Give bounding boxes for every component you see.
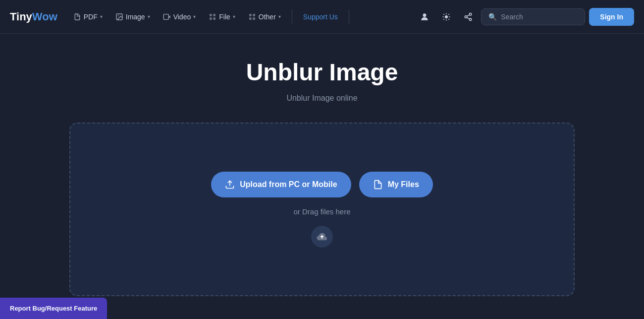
- other-chevron: ▾: [278, 14, 281, 19]
- video-chevron: ▾: [193, 14, 196, 19]
- page-title: Unblur Image: [246, 59, 398, 86]
- svg-point-12: [423, 13, 427, 17]
- upload-pc-button[interactable]: Upload from PC or Mobile: [211, 172, 351, 197]
- svg-point-23: [465, 15, 468, 18]
- svg-line-16: [443, 14, 444, 15]
- report-bug-button[interactable]: Report Bug/Request Feature: [0, 298, 107, 319]
- svg-rect-7: [214, 17, 216, 20]
- nav-item-other[interactable]: Other ▾: [242, 9, 287, 25]
- cloud-icon: [317, 231, 327, 242]
- svg-rect-5: [214, 14, 216, 16]
- svg-line-20: [443, 19, 444, 20]
- support-link[interactable]: Support Us: [297, 9, 344, 25]
- cloud-upload-icon: [311, 226, 333, 248]
- theme-toggle-btn[interactable]: [437, 8, 455, 26]
- nav-item-image[interactable]: Image ▾: [109, 9, 156, 25]
- sign-in-button[interactable]: Sign In: [589, 8, 634, 26]
- profile-icon-btn[interactable]: [416, 8, 433, 26]
- image-chevron: ▾: [148, 14, 150, 19]
- page-subtitle: Unblur Image online: [286, 94, 357, 103]
- svg-rect-2: [163, 14, 168, 19]
- nav-item-file[interactable]: File ▾: [203, 9, 241, 25]
- image-icon: [115, 13, 123, 21]
- nav-image-label: Image: [126, 13, 145, 21]
- logo-wow: Wow: [32, 10, 57, 23]
- search-box: 🔍: [481, 8, 585, 25]
- nav-other-label: Other: [259, 13, 276, 21]
- logo-tiny: Tiny: [10, 10, 32, 23]
- upload-buttons: Upload from PC or Mobile My Files: [211, 172, 433, 197]
- video-icon: [163, 13, 171, 21]
- main-nav: PDF ▾ Image ▾ Video ▾: [67, 9, 414, 25]
- svg-point-1: [117, 15, 118, 16]
- drag-text: or Drag files here: [293, 207, 350, 216]
- my-files-icon: [373, 180, 383, 190]
- search-input[interactable]: [501, 13, 578, 21]
- other-icon: [248, 13, 256, 21]
- nav-item-video[interactable]: Video ▾: [157, 9, 202, 25]
- search-icon: 🔍: [488, 13, 497, 21]
- svg-line-25: [467, 17, 470, 19]
- nav-file-label: File: [219, 13, 230, 21]
- upload-icon: [225, 180, 235, 190]
- my-files-button[interactable]: My Files: [359, 172, 433, 197]
- svg-line-26: [467, 14, 470, 16]
- sun-icon: [442, 12, 451, 21]
- nav-divider: [292, 9, 292, 24]
- svg-rect-6: [210, 17, 212, 20]
- share-icon: [464, 12, 473, 21]
- share-icon-btn[interactable]: [459, 8, 477, 26]
- header: TinyWow PDF ▾ Image ▾ Vid: [0, 0, 644, 34]
- svg-rect-4: [210, 14, 212, 16]
- nav-video-label: Video: [173, 13, 191, 21]
- svg-point-24: [470, 18, 472, 21]
- svg-line-21: [449, 14, 450, 15]
- nav-item-pdf[interactable]: PDF ▾: [67, 9, 108, 25]
- file-icon: [209, 13, 216, 21]
- svg-point-13: [445, 15, 448, 18]
- pdf-icon: [73, 13, 81, 21]
- svg-point-22: [470, 13, 472, 15]
- main-content: Unblur Image Unblur Image online Upload …: [0, 34, 644, 316]
- svg-rect-10: [249, 17, 252, 20]
- svg-rect-11: [253, 17, 255, 20]
- file-chevron: ▾: [233, 14, 235, 19]
- svg-line-17: [449, 19, 450, 20]
- upload-pc-label: Upload from PC or Mobile: [240, 180, 337, 189]
- profile-icon: [420, 12, 429, 22]
- logo[interactable]: TinyWow: [10, 10, 57, 23]
- my-files-label: My Files: [388, 180, 419, 189]
- pdf-chevron: ▾: [100, 14, 103, 19]
- nav-pdf-label: PDF: [84, 13, 98, 21]
- nav-divider-2: [349, 9, 349, 24]
- upload-area[interactable]: Upload from PC or Mobile My Files or Dra…: [69, 123, 575, 296]
- header-right: 🔍 Sign In: [416, 8, 634, 26]
- svg-rect-8: [249, 14, 252, 16]
- svg-rect-9: [253, 14, 255, 16]
